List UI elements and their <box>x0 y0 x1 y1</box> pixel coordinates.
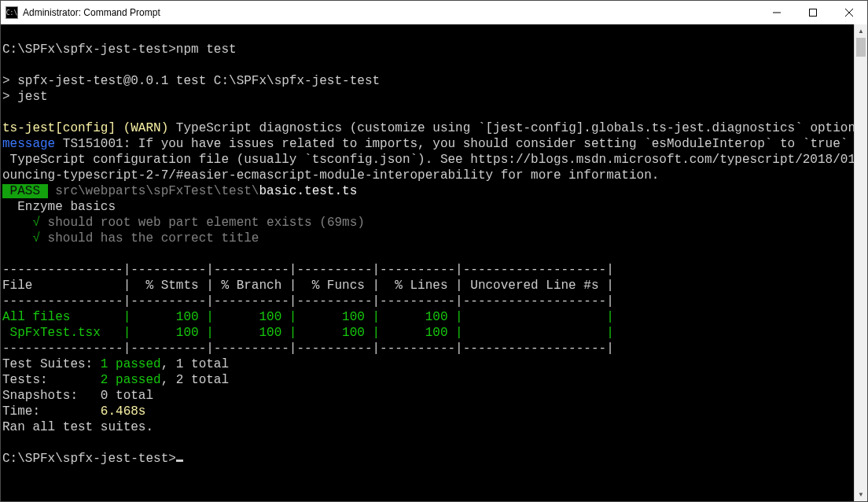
coverage-header: File | % Stmts | % Branch | % Funcs | % … <box>2 279 614 293</box>
summary-passed: 2 passed <box>101 373 161 387</box>
summary-passed: 1 passed <box>101 357 161 371</box>
summary-time: 6.468s <box>101 404 146 419</box>
test-result-line: √ should root web part element exists (6… <box>2 216 365 230</box>
warn-text: TypeScript diagnostics (customize using … <box>176 121 854 135</box>
scroll-down-button[interactable]: ▼ <box>855 488 867 501</box>
diag-code: TS151001: <box>55 137 138 151</box>
summary-line: Time: 6.468s <box>2 404 145 419</box>
coverage-sep: ----------------|----------|----------|-… <box>2 341 614 356</box>
check-icon: √ <box>32 216 40 230</box>
diag-message-label: message <box>2 137 55 151</box>
summary-total: 0 total <box>101 389 153 403</box>
npm-script-line: > spfx-jest-test@0.0.1 test C:\SPFx\spfx… <box>2 74 380 88</box>
summary-line: Snapshots: 0 total <box>2 389 153 403</box>
prompt: C:\SPFx\spfx-jest-test> <box>2 452 176 466</box>
coverage-values: | 100 | 100 | 100 | 100 | | <box>116 326 614 340</box>
diag-body: ouncing-typescript-2-7/#easier-ecmascrip… <box>2 168 659 183</box>
summary-label: Snapshots: <box>2 389 101 403</box>
test-file-name: basic.test.ts <box>259 184 357 198</box>
typed-command: npm test <box>176 42 237 57</box>
coverage-row: SpFxTest.tsx | 100 | 100 | 100 | 100 | | <box>2 326 614 340</box>
check-icon: √ <box>32 231 40 245</box>
cmd-icon: C:\ <box>6 6 18 19</box>
summary-line: Test Suites: 1 passed, 1 total <box>2 357 229 371</box>
coverage-file: All files <box>2 310 116 324</box>
prompt: C:\SPFx\spfx-jest-test> <box>2 42 176 57</box>
window-title: Administrator: Command Prompt <box>23 7 759 18</box>
summary-total: , 1 total <box>161 357 229 371</box>
vertical-scrollbar[interactable]: ▲ ▼ <box>854 24 867 501</box>
test-result-line: √ should has the correct title <box>2 231 259 245</box>
maximize-button[interactable] <box>795 1 831 24</box>
command-prompt-window: C:\ Administrator: Command Prompt C:\SPF… <box>0 0 868 502</box>
test-file-path: src\webparts\spFxTest\test\ <box>48 184 259 198</box>
warn-prefix: ts-jest[config] (WARN) <box>2 121 176 135</box>
summary-line: Tests: 2 passed, 2 total <box>2 373 229 387</box>
coverage-values: | 100 | 100 | 100 | 100 | | <box>116 310 614 324</box>
npm-script-line: > jest <box>2 90 48 104</box>
diag-body: TypeScript configuration file (usually `… <box>2 153 854 167</box>
test-desc: should root web part element exists (69m… <box>40 216 365 230</box>
scroll-up-button[interactable]: ▲ <box>855 24 867 38</box>
close-button[interactable] <box>831 1 867 24</box>
pass-badge: PASS <box>2 184 48 198</box>
summary-label: Time: <box>2 404 101 419</box>
test-desc: should has the correct title <box>40 231 259 245</box>
cursor <box>176 460 183 462</box>
window-controls <box>759 1 867 24</box>
diag-body: If you have issues related to imports, y… <box>138 137 854 151</box>
titlebar[interactable]: C:\ Administrator: Command Prompt <box>1 1 867 24</box>
client-area: C:\SPFx\spfx-jest-test>npm test > spfx-j… <box>1 24 867 501</box>
coverage-sep: ----------------|----------|----------|-… <box>2 263 614 277</box>
scroll-track[interactable] <box>855 38 867 488</box>
summary-label: Tests: <box>2 373 101 387</box>
svg-rect-1 <box>810 9 817 17</box>
summary-label: Test Suites: <box>2 357 101 371</box>
coverage-sep: ----------------|----------|----------|-… <box>2 294 614 308</box>
suite-name: Enzyme basics <box>2 200 116 214</box>
terminal-output[interactable]: C:\SPFx\spfx-jest-test>npm test > spfx-j… <box>1 24 854 501</box>
summary-ran: Ran all test suites. <box>2 420 153 434</box>
summary-total: , 2 total <box>161 373 229 387</box>
scroll-thumb[interactable] <box>856 38 866 57</box>
minimize-button[interactable] <box>759 1 795 24</box>
coverage-row: All files | 100 | 100 | 100 | 100 | | <box>2 310 614 324</box>
coverage-file: SpFxTest.tsx <box>2 326 116 340</box>
